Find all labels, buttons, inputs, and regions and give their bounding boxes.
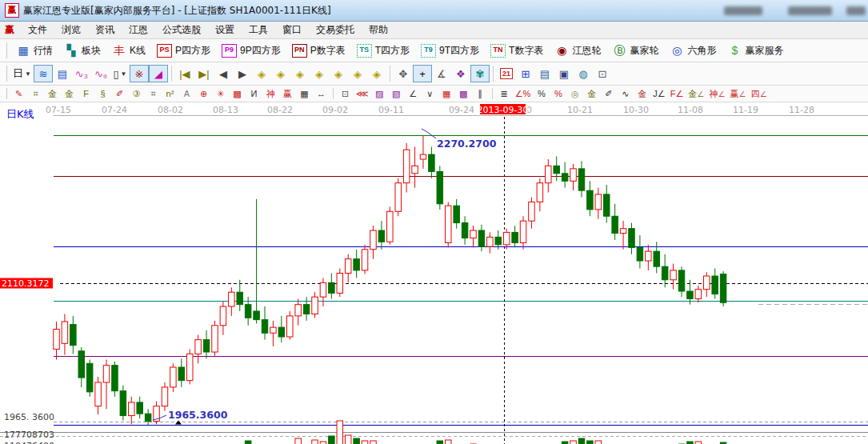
viewbar-gann-nav-left-button[interactable]: ◈	[252, 65, 271, 82]
drawbar-k-mark-button[interactable]: И	[246, 86, 262, 101]
viewbar-notes-button[interactable]: ▤	[535, 65, 554, 82]
toolbar-grip[interactable]	[3, 88, 7, 99]
drawbar-fan-lines-button[interactable]: ⋘	[354, 86, 371, 101]
drawbar-gold-circle-button[interactable]: ◎	[566, 86, 583, 101]
viewbar-first-page-button[interactable]: |◀	[175, 65, 194, 82]
quickbar-9p-square-button[interactable]: P99P四方形	[216, 42, 286, 60]
drawbar-circle-3-button[interactable]: ③	[128, 86, 145, 101]
toolbar-grip[interactable]	[3, 66, 7, 82]
menu-window[interactable]: 窗口	[275, 22, 309, 38]
drawbar-radar-web-button[interactable]: ✳	[212, 86, 229, 101]
drawbar-si-angle-button[interactable]: 四∠	[749, 86, 770, 101]
drawbar-n2-grid-button[interactable]: n²	[162, 86, 178, 101]
viewbar-network-button[interactable]: ◍	[574, 65, 593, 82]
menu-browse[interactable]: 浏览	[54, 22, 88, 38]
drawbar-gold-underline-button[interactable]: 金	[634, 86, 650, 101]
drawbar-span-measure-button[interactable]: ↔	[313, 86, 330, 101]
drawbar-gann-grid-button[interactable]: ⌗	[27, 86, 44, 101]
drawbar-red-grid-button[interactable]: ▦	[438, 86, 455, 101]
drawbar-win-grid-button[interactable]: 赢	[279, 86, 296, 101]
quickbar-quotes-button[interactable]: ▦行情	[10, 42, 58, 60]
drawbar-shen-angle-button[interactable]: 神∠	[706, 86, 727, 101]
drawbar-percent-button[interactable]: %	[533, 86, 550, 101]
quickbar-hexagon-button[interactable]: ◎六角形	[664, 42, 722, 60]
quickbar-t-square-button[interactable]: TST四方形	[351, 42, 415, 60]
viewbar-pan-hand-button[interactable]: ✥	[394, 65, 413, 82]
menu-news[interactable]: 资讯	[88, 22, 122, 38]
viewbar-gann-mark-button[interactable]: ※	[130, 65, 149, 82]
viewbar-gann-nav-down-button[interactable]: ◈	[348, 65, 367, 82]
drawbar-gold-grid-2-button[interactable]: 金	[61, 86, 78, 101]
viewbar-calculator-button[interactable]: ⊞	[516, 65, 535, 82]
quickbar-p-square-button[interactable]: PSP四方形	[151, 42, 216, 60]
viewbar-wave-9-button[interactable]: ∿₉	[91, 65, 110, 82]
viewbar-gann-nav-expand-button[interactable]: ◈	[290, 65, 310, 82]
drawbar-spiral-5-button[interactable]: §	[94, 86, 111, 101]
menu-formula-stock-pick[interactable]: 公式选股	[155, 22, 208, 38]
period-selector-dropdown-arrow-icon[interactable]: ▼	[25, 70, 31, 78]
drawbar-box-fan-button[interactable]: ▨	[371, 86, 388, 101]
drawbar-parallel-lines-button[interactable]: ∥	[472, 86, 489, 101]
viewbar-gann-nav-right-button[interactable]: ◈	[271, 65, 290, 82]
drawbar-win-angle-button[interactable]: 赢∠	[728, 86, 749, 101]
drawbar-pct-angle-button[interactable]: ∠%	[513, 86, 534, 101]
viewbar-save-button[interactable]: ▣	[554, 65, 574, 82]
viewbar-gann-nav-up-button[interactable]: ◈	[329, 65, 348, 82]
viewbar-profile-chart-button[interactable]: ◢	[149, 65, 168, 82]
viewbar-gann-box-tool-button[interactable]: ❖	[451, 65, 470, 82]
viewbar-info-panel-button[interactable]: ▤	[53, 65, 72, 82]
drawbar-f-angle-button[interactable]: F∠	[668, 86, 686, 101]
quickbar-p-number-table-button[interactable]: PNP数字表	[286, 42, 351, 60]
menu-file[interactable]: 文件	[21, 22, 54, 38]
drawbar-pct-underline-button[interactable]: %	[550, 86, 566, 101]
drawbar-angle-lines-button[interactable]: ∠	[405, 86, 422, 101]
menu-trade-entrust[interactable]: 交易委托	[309, 22, 362, 38]
viewbar-last-page-button[interactable]: ▶|	[194, 65, 214, 82]
drawbar-red-grid-box-button[interactable]: ▩	[455, 86, 472, 101]
drawbar-shen-grid-button[interactable]: 神	[262, 86, 279, 101]
drawbar-box-lines-button[interactable]: ▧	[388, 86, 405, 101]
viewbar-gann-nav-compress-button[interactable]: ◈	[310, 65, 329, 82]
viewbar-crosshair-button[interactable]: +	[413, 65, 432, 82]
drawbar-brush-measure-button[interactable]: ✐	[600, 86, 617, 101]
quickbar-t-number-table-button[interactable]: TNT数字表	[485, 42, 549, 60]
drawbar-target-circle-button[interactable]: ⊕	[195, 86, 212, 101]
candle-style-dropdown-arrow-icon[interactable]: ▼	[121, 70, 127, 78]
drawbar-gold-lines-button[interactable]: 金	[583, 86, 600, 101]
viewbar-next-page-button[interactable]: ▶	[233, 65, 252, 82]
drawbar-box-tool-button[interactable]: ⊡	[337, 86, 354, 101]
drawbar-plain-grid-button[interactable]: ⌗	[145, 86, 162, 101]
quickbar-winner-service-button[interactable]: $赢家服务	[722, 42, 789, 60]
drawbar-gold-grid-1-button[interactable]: 金	[44, 86, 61, 101]
quickbar-kline-button[interactable]: 丰K线	[106, 42, 151, 60]
quickbar-sectors-button[interactable]: ▚板块	[58, 42, 106, 60]
drawbar-v-lines-button[interactable]: ∨	[422, 86, 438, 101]
drawbar-f-grid-button[interactable]: F	[78, 86, 94, 101]
kline-chart-canvas[interactable]: 07-1507-2408-0208-1308-2209-0209-1109-24…	[0, 102, 868, 444]
drawbar-level-bars-button[interactable]: ≣	[496, 86, 513, 101]
viewbar-wave-3-button[interactable]: ∿₃	[72, 65, 91, 82]
drawbar-web-box-button[interactable]: ▩	[229, 86, 246, 101]
menu-tools[interactable]: 工具	[242, 22, 275, 38]
quickbar-winner-wheel-button[interactable]: Ⓑ赢家轮	[606, 42, 664, 60]
drawbar-j-angle-button[interactable]: J∠	[650, 86, 667, 101]
menu-settings[interactable]: 设置	[208, 22, 242, 38]
viewbar-smart-analysis-button[interactable]: ✾	[470, 65, 490, 82]
toolbar-grip[interactable]	[3, 42, 7, 58]
drawbar-text-note-button[interactable]: A	[178, 86, 195, 101]
viewbar-candle-style-button[interactable]: ▯▼	[110, 65, 130, 82]
drawbar-wave-a-button[interactable]: ∿	[617, 86, 634, 101]
quickbar-gann-wheel-button[interactable]: ◉江恩轮	[549, 42, 606, 60]
quickbar-9t-square-button[interactable]: T99T四方形	[415, 42, 485, 60]
viewbar-print-button[interactable]: ⊡	[593, 65, 612, 82]
drawbar-brush-button[interactable]: ✎	[10, 86, 27, 101]
drawbar-gold-angle-button[interactable]: 金∠	[686, 86, 706, 101]
drawbar-ruler-123-button[interactable]: ▦	[296, 86, 313, 101]
drawbar-pen-grid-button[interactable]: ✐	[111, 86, 128, 101]
viewbar-measure-button[interactable]: ∡	[432, 65, 451, 82]
viewbar-calendar-button[interactable]: 21	[497, 65, 516, 82]
menu-gann[interactable]: 江恩	[122, 22, 155, 38]
viewbar-prev-page-button[interactable]: ◀	[214, 65, 233, 82]
menu-help[interactable]: 帮助	[362, 22, 395, 38]
viewbar-period-selector-button[interactable]: 日▼	[10, 65, 34, 82]
